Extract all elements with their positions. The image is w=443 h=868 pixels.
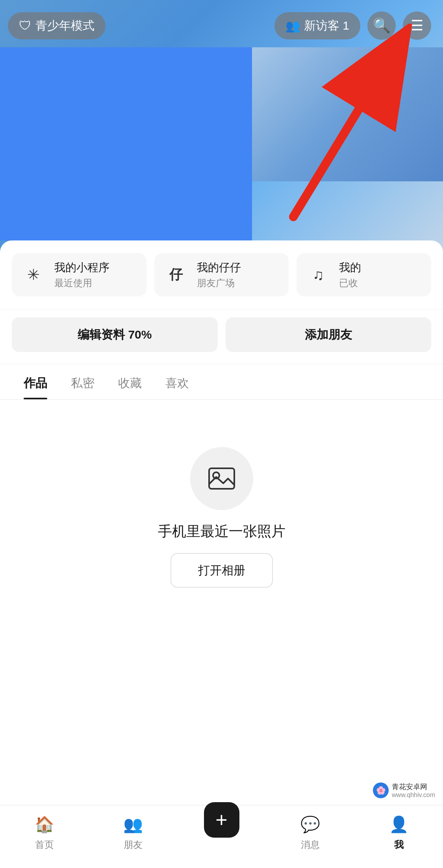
nav-me[interactable]: 👤 我	[354, 813, 443, 851]
zaizai-text: 我的仔仔 朋友广场	[197, 260, 241, 289]
nav-add[interactable]: + +	[177, 806, 266, 852]
zaizai-title: 我的仔仔	[197, 260, 241, 275]
open-album-button[interactable]: 打开相册	[171, 553, 273, 588]
music-text: 我的 已收	[339, 260, 361, 289]
watermark-text: 青花安卓网 www.qhhiv.com	[392, 782, 435, 799]
profile-tab-bar: 作品 私密 收藏 喜欢	[0, 364, 443, 400]
friends-icon: 👥	[122, 813, 144, 835]
home-icon: 🏠	[33, 813, 56, 835]
tab-likes[interactable]: 喜欢	[154, 364, 201, 399]
content-area: ✳ 我的小程序 最近使用 仔 我的仔仔 朋友广场 ♫ 我的 已收 编辑资料 70…	[0, 240, 443, 805]
visitor-button[interactable]: 👥 新访客 1	[274, 12, 360, 39]
menu-button[interactable]: ☰	[403, 11, 431, 40]
menu-icon: ☰	[411, 17, 423, 34]
nav-friends[interactable]: 👥 朋友	[89, 813, 177, 851]
search-icon: 🔍	[373, 17, 391, 34]
visitor-label: 新访客 1	[304, 18, 349, 34]
tab-collections[interactable]: 收藏	[106, 364, 154, 399]
nav-messages[interactable]: 💬 消息	[266, 813, 354, 851]
tab-private[interactable]: 私密	[59, 364, 106, 399]
watermark-icon: 🌸	[373, 782, 389, 798]
shortcut-zaizai[interactable]: 仔 我的仔仔 朋友广场	[154, 253, 289, 296]
shortcuts-row: ✳ 我的小程序 最近使用 仔 我的仔仔 朋友广场 ♫ 我的 已收	[0, 240, 443, 309]
action-buttons-row: 编辑资料 70% 添加朋友	[0, 309, 443, 364]
zaizai-icon: 仔	[162, 261, 190, 289]
tab-works[interactable]: 作品	[12, 364, 59, 399]
mini-programs-text: 我的小程序 最近使用	[54, 260, 109, 289]
top-bar: 🛡 青少年模式 👥 新访客 1 🔍 ☰	[0, 0, 443, 43]
add-friend-button[interactable]: 添加朋友	[226, 317, 432, 352]
youth-mode-label: 青少年模式	[35, 18, 95, 34]
zaizai-subtitle: 朋友广场	[197, 277, 241, 289]
edit-profile-button[interactable]: 编辑资料 70%	[12, 317, 218, 352]
mini-programs-subtitle: 最近使用	[54, 277, 109, 289]
add-icon: +	[215, 810, 227, 830]
photo-icon	[206, 463, 237, 494]
shortcut-mini-programs[interactable]: ✳ 我的小程序 最近使用	[12, 253, 146, 296]
music-subtitle: 已收	[339, 277, 361, 289]
bottom-nav: 🏠 首页 👥 朋友 + + 💬 消息 👤 我	[0, 805, 443, 868]
youth-mode-button[interactable]: 🛡 青少年模式	[8, 12, 106, 39]
visitor-icon: 👥	[285, 19, 300, 33]
header-right-panel	[246, 47, 443, 181]
nav-messages-label: 消息	[301, 838, 320, 851]
music-title: 我的	[339, 260, 361, 275]
add-button[interactable]: +	[204, 802, 239, 838]
nav-friends-label: 朋友	[124, 838, 143, 851]
empty-state: 手机里最近一张照片 打开相册	[0, 400, 443, 635]
nav-home[interactable]: 🏠 首页	[0, 813, 89, 851]
shortcut-music[interactable]: ♫ 我的 已收	[297, 253, 431, 296]
youth-mode-icon: 🛡	[19, 19, 32, 33]
nav-me-label: 我	[394, 838, 404, 851]
mini-programs-title: 我的小程序	[54, 260, 109, 275]
watermark: 🌸 青花安卓网 www.qhhiv.com	[369, 780, 439, 801]
svg-rect-2	[209, 468, 234, 489]
search-button[interactable]: 🔍	[367, 11, 396, 40]
top-right-buttons: 👥 新访客 1 🔍 ☰	[274, 11, 431, 40]
empty-state-title: 手机里最近一张照片	[158, 522, 285, 541]
messages-icon: 💬	[299, 813, 321, 835]
me-icon: 👤	[388, 813, 410, 835]
mini-programs-icon: ✳	[20, 261, 47, 289]
empty-state-icon-circle	[190, 447, 253, 510]
music-icon: ♫	[304, 261, 332, 289]
nav-home-label: 首页	[35, 838, 54, 851]
